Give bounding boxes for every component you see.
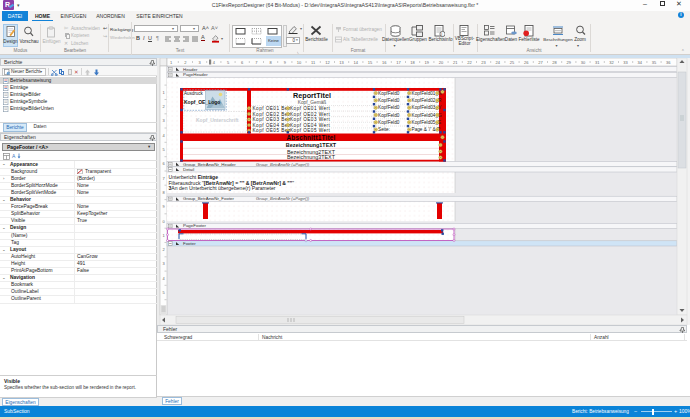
- svg-text:KopfFeld0: KopfFeld0: [378, 113, 400, 118]
- svg-text:Group_BetrAnwNr (=Page()): Group_BetrAnwNr (=Page()): [256, 162, 310, 167]
- svg-text:29: 29: [567, 60, 572, 65]
- svg-text:Group_BetrAnwNr (=Page()): Group_BetrAnwNr (=Page()): [256, 196, 310, 201]
- svg-text:Bezeichnung3TEXT: Bezeichnung3TEXT: [287, 154, 336, 160]
- svg-text:Bezeichnung1TEXT: Bezeichnung1TEXT: [286, 142, 337, 148]
- svg-text:Kopf OE02 Bez: Kopf OE02 Bez: [253, 112, 291, 117]
- svg-text:Kopf OE05 Bez: Kopf OE05 Bez: [253, 128, 291, 133]
- svg-text:Header: Header: [183, 67, 198, 72]
- svg-text:31: 31: [595, 60, 600, 65]
- svg-text:Kopf OE02 Wert: Kopf OE02 Wert: [290, 112, 331, 117]
- svg-text:Kopf OE04 Wert: Kopf OE04 Wert: [290, 123, 331, 128]
- svg-text:Kopf_Unterschrift: Kopf_Unterschrift: [196, 117, 239, 123]
- svg-text:Abschnitt1Titel: Abschnitt1Titel: [286, 134, 335, 141]
- svg-text:18: 18: [410, 60, 415, 65]
- svg-text:Kopf_Gemäß: Kopf_Gemäß: [298, 100, 327, 105]
- svg-text:Group_BetrAnwNr_Header: Group_BetrAnwNr_Header: [183, 162, 236, 167]
- svg-text:ReportTitel: ReportTitel: [293, 91, 331, 100]
- svg-text:KopfFeld0: KopfFeld0: [378, 91, 400, 96]
- svg-text:24: 24: [496, 60, 501, 65]
- svg-text:Kopf OE04 Bez: Kopf OE04 Bez: [253, 123, 291, 128]
- svg-text:Seite:: Seite:: [378, 127, 390, 132]
- svg-text:14: 14: [354, 60, 359, 65]
- svg-text:13: 13: [339, 60, 344, 65]
- svg-text:30: 30: [581, 60, 586, 65]
- svg-text:PageHeader: PageHeader: [183, 72, 208, 77]
- svg-text:16: 16: [382, 60, 387, 65]
- svg-text:KopfFeld0: KopfFeld0: [378, 105, 400, 110]
- svg-text:26: 26: [524, 60, 529, 65]
- svg-text:19: 19: [425, 60, 430, 65]
- svg-text:15: 15: [368, 60, 373, 65]
- svg-text:Group_BetrAnwNr_Footer: Group_BetrAnwNr_Footer: [183, 196, 235, 201]
- svg-text:Ausdruck: Ausdruck: [184, 91, 204, 96]
- svg-text:KopfFeld0: KopfFeld0: [378, 98, 400, 103]
- svg-text:17: 17: [396, 60, 401, 65]
- svg-text:21: 21: [453, 60, 458, 65]
- svg-text:PageFooter: PageFooter: [183, 223, 206, 228]
- svg-text:3An den Unterbericht übergeben: 3An den Unterbericht übergebene(r) Param…: [169, 185, 276, 191]
- svg-text:Kopf OE01 Wert: Kopf OE01 Wert: [290, 106, 331, 111]
- svg-text:12: 12: [325, 60, 330, 65]
- svg-text:Detail: Detail: [183, 167, 194, 172]
- svg-text:23: 23: [481, 60, 486, 65]
- svg-text:22: 22: [467, 60, 472, 65]
- svg-text:34: 34: [638, 60, 643, 65]
- svg-text:33: 33: [623, 60, 628, 65]
- svg-text:10: 10: [297, 60, 302, 65]
- svg-text:25: 25: [510, 60, 515, 65]
- svg-text:27: 27: [538, 60, 543, 65]
- svg-text:20: 20: [439, 60, 444, 65]
- svg-text:Kopf OE03 Bez: Kopf OE03 Bez: [253, 117, 291, 122]
- svg-text:35: 35: [652, 60, 657, 65]
- svg-text:Footer: Footer: [183, 241, 196, 246]
- svg-text:Kopf_OE_Logo: Kopf_OE_Logo: [184, 99, 220, 105]
- svg-text:Kopf OE01 Bez: Kopf OE01 Bez: [253, 106, 291, 111]
- svg-text:36: 36: [666, 60, 671, 65]
- svg-text:Kopf OE03 Wert: Kopf OE03 Wert: [290, 117, 331, 122]
- svg-text:32: 32: [609, 60, 614, 65]
- svg-text:i: i: [441, 31, 442, 36]
- svg-text:KopfFeld0: KopfFeld0: [378, 120, 400, 125]
- svg-text:28: 28: [552, 60, 557, 65]
